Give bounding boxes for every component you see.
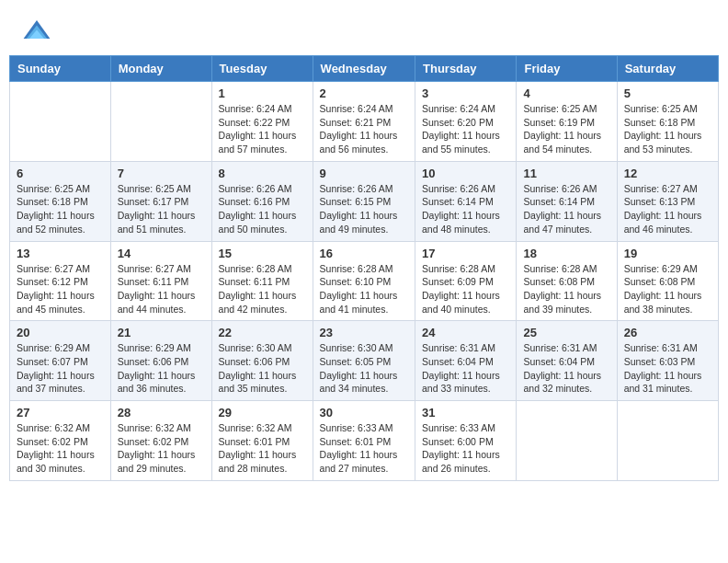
day-info: Sunrise: 6:26 AMSunset: 6:16 PMDaylight:… [219, 182, 306, 236]
day-cell: 21Sunrise: 6:29 AMSunset: 6:06 PMDayligh… [110, 321, 211, 401]
day-info: Sunrise: 6:25 AMSunset: 6:18 PMDaylight:… [17, 182, 104, 236]
day-number: 14 [118, 247, 205, 260]
day-cell: 20Sunrise: 6:29 AMSunset: 6:07 PMDayligh… [10, 321, 111, 401]
day-number: 19 [624, 247, 711, 260]
day-cell: 26Sunrise: 6:31 AMSunset: 6:03 PMDayligh… [617, 321, 718, 401]
day-cell: 17Sunrise: 6:28 AMSunset: 6:09 PMDayligh… [415, 241, 517, 321]
day-number: 16 [320, 247, 408, 260]
day-cell: 4Sunrise: 6:25 AMSunset: 6:19 PMDaylight… [517, 82, 617, 162]
day-cell: 31Sunrise: 6:33 AMSunset: 6:00 PMDayligh… [415, 401, 517, 481]
day-info: Sunrise: 6:26 AMSunset: 6:14 PMDaylight:… [422, 182, 509, 236]
day-cell: 27Sunrise: 6:32 AMSunset: 6:02 PMDayligh… [10, 401, 111, 481]
header-day-thursday: Thursday [415, 56, 517, 82]
day-cell: 10Sunrise: 6:26 AMSunset: 6:14 PMDayligh… [415, 161, 517, 241]
day-info: Sunrise: 6:33 AMSunset: 6:01 PMDaylight:… [320, 421, 408, 476]
calendar-table: SundayMondayTuesdayWednesdayThursdayFrid… [9, 55, 719, 481]
day-number: 24 [422, 326, 509, 339]
day-number: 7 [118, 167, 205, 180]
logo-icon [22, 17, 51, 46]
day-cell: 16Sunrise: 6:28 AMSunset: 6:10 PMDayligh… [313, 241, 415, 321]
day-cell: 1Sunrise: 6:24 AMSunset: 6:22 PMDaylight… [211, 82, 313, 162]
day-info: Sunrise: 6:29 AMSunset: 6:07 PMDaylight:… [17, 341, 104, 396]
header-day-tuesday: Tuesday [211, 56, 313, 82]
day-info: Sunrise: 6:26 AMSunset: 6:14 PMDaylight:… [523, 182, 609, 236]
day-number: 2 [320, 86, 408, 100]
day-info: Sunrise: 6:31 AMSunset: 6:03 PMDaylight:… [624, 341, 711, 396]
day-info: Sunrise: 6:24 AMSunset: 6:22 PMDaylight:… [219, 102, 306, 156]
day-cell [110, 82, 211, 162]
day-number: 17 [422, 247, 509, 260]
day-info: Sunrise: 6:26 AMSunset: 6:15 PMDaylight:… [320, 182, 408, 236]
day-info: Sunrise: 6:31 AMSunset: 6:04 PMDaylight:… [523, 341, 609, 396]
day-number: 12 [624, 167, 711, 180]
page-header [0, 0, 728, 55]
day-cell: 6Sunrise: 6:25 AMSunset: 6:18 PMDaylight… [10, 161, 111, 241]
calendar-wrapper: SundayMondayTuesdayWednesdayThursdayFrid… [0, 55, 728, 490]
day-cell: 12Sunrise: 6:27 AMSunset: 6:13 PMDayligh… [617, 161, 718, 241]
day-number: 26 [624, 326, 711, 339]
day-info: Sunrise: 6:28 AMSunset: 6:09 PMDaylight:… [422, 262, 509, 316]
day-number: 4 [523, 86, 609, 100]
header-day-sunday: Sunday [10, 56, 111, 82]
day-info: Sunrise: 6:24 AMSunset: 6:20 PMDaylight:… [422, 102, 509, 156]
day-number: 30 [320, 406, 408, 419]
day-info: Sunrise: 6:32 AMSunset: 6:02 PMDaylight:… [17, 421, 104, 476]
week-row-1: 1Sunrise: 6:24 AMSunset: 6:22 PMDaylight… [10, 82, 719, 162]
day-number: 13 [17, 247, 104, 260]
day-number: 22 [219, 326, 306, 339]
day-info: Sunrise: 6:27 AMSunset: 6:12 PMDaylight:… [17, 262, 104, 316]
day-cell: 19Sunrise: 6:29 AMSunset: 6:08 PMDayligh… [617, 241, 718, 321]
day-number: 20 [17, 326, 104, 339]
day-number: 9 [320, 167, 408, 180]
day-cell [10, 82, 111, 162]
day-cell: 22Sunrise: 6:30 AMSunset: 6:06 PMDayligh… [211, 321, 313, 401]
day-number: 28 [118, 406, 205, 419]
day-cell: 9Sunrise: 6:26 AMSunset: 6:15 PMDaylight… [313, 161, 415, 241]
day-info: Sunrise: 6:33 AMSunset: 6:00 PMDaylight:… [422, 421, 509, 476]
day-cell: 3Sunrise: 6:24 AMSunset: 6:20 PMDaylight… [415, 82, 517, 162]
day-number: 25 [523, 326, 609, 339]
day-number: 29 [219, 406, 306, 419]
day-info: Sunrise: 6:29 AMSunset: 6:08 PMDaylight:… [624, 262, 711, 316]
day-number: 8 [219, 167, 306, 180]
day-cell: 18Sunrise: 6:28 AMSunset: 6:08 PMDayligh… [517, 241, 617, 321]
day-cell: 8Sunrise: 6:26 AMSunset: 6:16 PMDaylight… [211, 161, 313, 241]
day-info: Sunrise: 6:32 AMSunset: 6:02 PMDaylight:… [118, 421, 205, 476]
day-info: Sunrise: 6:29 AMSunset: 6:06 PMDaylight:… [118, 341, 205, 396]
day-cell: 25Sunrise: 6:31 AMSunset: 6:04 PMDayligh… [517, 321, 617, 401]
day-number: 31 [422, 406, 509, 419]
day-number: 6 [17, 167, 104, 180]
day-cell: 13Sunrise: 6:27 AMSunset: 6:12 PMDayligh… [10, 241, 111, 321]
day-info: Sunrise: 6:28 AMSunset: 6:10 PMDaylight:… [320, 262, 408, 316]
day-info: Sunrise: 6:32 AMSunset: 6:01 PMDaylight:… [219, 421, 306, 476]
week-row-5: 27Sunrise: 6:32 AMSunset: 6:02 PMDayligh… [10, 401, 719, 481]
day-info: Sunrise: 6:28 AMSunset: 6:11 PMDaylight:… [219, 262, 306, 316]
day-cell: 5Sunrise: 6:25 AMSunset: 6:18 PMDaylight… [617, 82, 718, 162]
day-number: 11 [523, 167, 609, 180]
day-number: 15 [219, 247, 306, 260]
day-cell: 23Sunrise: 6:30 AMSunset: 6:05 PMDayligh… [313, 321, 415, 401]
day-info: Sunrise: 6:31 AMSunset: 6:04 PMDaylight:… [422, 341, 509, 396]
day-cell: 24Sunrise: 6:31 AMSunset: 6:04 PMDayligh… [415, 321, 517, 401]
header-day-saturday: Saturday [617, 56, 718, 82]
day-info: Sunrise: 6:25 AMSunset: 6:18 PMDaylight:… [624, 102, 711, 156]
day-number: 10 [422, 167, 509, 180]
day-cell: 11Sunrise: 6:26 AMSunset: 6:14 PMDayligh… [517, 161, 617, 241]
day-cell: 7Sunrise: 6:25 AMSunset: 6:17 PMDaylight… [110, 161, 211, 241]
day-info: Sunrise: 6:25 AMSunset: 6:19 PMDaylight:… [523, 102, 609, 156]
week-row-4: 20Sunrise: 6:29 AMSunset: 6:07 PMDayligh… [10, 321, 719, 401]
calendar-header: SundayMondayTuesdayWednesdayThursdayFrid… [10, 56, 719, 82]
day-info: Sunrise: 6:28 AMSunset: 6:08 PMDaylight:… [523, 262, 609, 316]
day-cell: 14Sunrise: 6:27 AMSunset: 6:11 PMDayligh… [110, 241, 211, 321]
day-info: Sunrise: 6:30 AMSunset: 6:05 PMDaylight:… [320, 341, 408, 396]
day-cell [617, 401, 718, 481]
day-cell: 30Sunrise: 6:33 AMSunset: 6:01 PMDayligh… [313, 401, 415, 481]
logo [22, 17, 53, 46]
day-cell: 15Sunrise: 6:28 AMSunset: 6:11 PMDayligh… [211, 241, 313, 321]
day-number: 18 [523, 247, 609, 260]
day-number: 27 [17, 406, 104, 419]
week-row-3: 13Sunrise: 6:27 AMSunset: 6:12 PMDayligh… [10, 241, 719, 321]
day-info: Sunrise: 6:30 AMSunset: 6:06 PMDaylight:… [219, 341, 306, 396]
day-number: 3 [422, 86, 509, 100]
day-info: Sunrise: 6:24 AMSunset: 6:21 PMDaylight:… [320, 102, 408, 156]
